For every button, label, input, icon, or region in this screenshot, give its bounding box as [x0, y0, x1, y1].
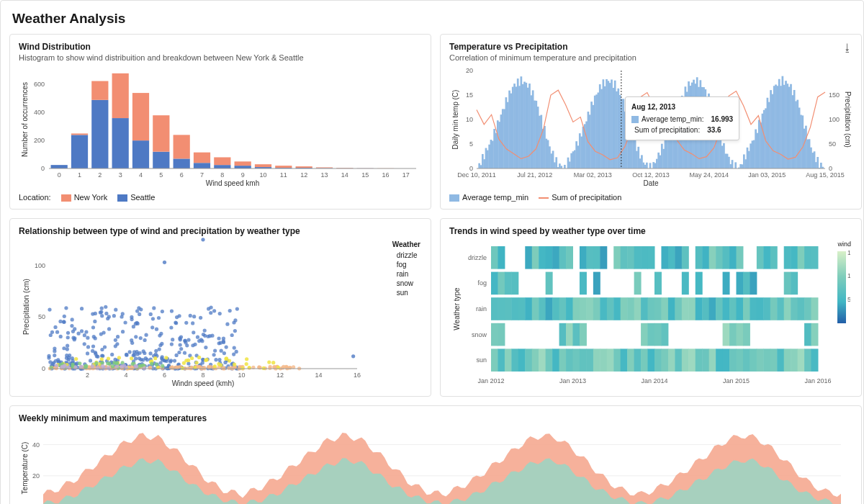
- svg-rect-116: [554, 162, 556, 168]
- chart-wind-distribution[interactable]: 020040060001234567891011121314151617Wind…: [19, 66, 422, 189]
- svg-rect-265: [804, 129, 806, 168]
- svg-rect-921: [661, 246, 668, 269]
- chart-heatmap[interactable]: drizzlefograinsnowsunJan 2012Jan 2013Jan…: [449, 238, 852, 389]
- svg-text:15: 15: [466, 91, 473, 99]
- svg-rect-127: [572, 151, 575, 168]
- svg-rect-1038: [580, 348, 587, 372]
- svg-point-673: [139, 336, 143, 340]
- legend-item-fog[interactable]: fog: [392, 261, 420, 269]
- svg-rect-1006: [811, 297, 819, 320]
- legend-item-precip[interactable]: Sum of precipitation: [539, 193, 621, 202]
- svg-rect-980: [634, 297, 642, 320]
- svg-rect-138: [590, 102, 593, 168]
- svg-rect-1046: [634, 348, 642, 372]
- svg-text:Aug 15, 2015: Aug 15, 2015: [806, 171, 845, 179]
- svg-rect-273: [816, 157, 819, 168]
- svg-text:0: 0: [41, 165, 45, 172]
- svg-rect-995: [737, 297, 744, 320]
- svg-point-348: [64, 306, 68, 310]
- legend-item-rain[interactable]: rain: [392, 270, 420, 278]
- svg-rect-218: [724, 153, 726, 168]
- svg-rect-266: [805, 126, 807, 168]
- svg-rect-976: [607, 297, 614, 320]
- svg-point-472: [157, 316, 161, 320]
- svg-rect-1055: [696, 348, 703, 372]
- svg-rect-967: [546, 297, 553, 320]
- svg-rect-122: [564, 165, 566, 168]
- svg-rect-1042: [607, 348, 614, 372]
- chart-scatter[interactable]: 050100246810121416Windn speed (kmh)Preci…: [19, 238, 422, 389]
- tooltip-swatch-icon: [631, 116, 639, 123]
- svg-point-680: [223, 361, 227, 364]
- svg-rect-1045: [627, 348, 634, 372]
- svg-rect-244: [768, 102, 770, 168]
- svg-rect-19: [153, 152, 169, 168]
- svg-rect-956: [784, 272, 791, 295]
- svg-rect-4: [51, 165, 68, 168]
- svg-text:2: 2: [86, 372, 89, 379]
- svg-rect-1028: [511, 348, 518, 372]
- svg-point-804: [197, 356, 201, 359]
- svg-point-371: [134, 335, 138, 338]
- svg-rect-1053: [682, 348, 689, 372]
- svg-rect-235: [753, 140, 755, 168]
- svg-rect-152: [614, 81, 616, 168]
- svg-rect-1044: [621, 348, 628, 372]
- svg-rect-965: [532, 297, 539, 320]
- svg-rect-113: [549, 146, 551, 168]
- svg-rect-1021: [743, 323, 750, 346]
- legend-item-drizzle[interactable]: drizzle: [392, 251, 420, 259]
- svg-rect-90: [510, 94, 513, 168]
- svg-point-639: [196, 336, 199, 339]
- legend-item-newyork[interactable]: New York: [61, 193, 107, 202]
- legend-item-seattle[interactable]: Seattle: [117, 193, 155, 202]
- svg-rect-177: [656, 159, 658, 168]
- svg-point-836: [213, 364, 217, 368]
- svg-rect-985: [668, 297, 675, 320]
- svg-point-617: [174, 321, 177, 325]
- svg-rect-1036: [566, 348, 573, 372]
- svg-text:Jan 2012: Jan 2012: [477, 377, 504, 384]
- svg-rect-1080: [837, 251, 846, 323]
- svg-point-897: [63, 364, 66, 367]
- legend-item-tempmin[interactable]: Average temp_min: [449, 193, 528, 202]
- svg-rect-105: [535, 101, 537, 168]
- svg-rect-178: [657, 153, 660, 168]
- svg-text:6: 6: [163, 372, 166, 379]
- svg-rect-1065: [763, 348, 770, 372]
- panel-weekly-temps: Weekly minimum and maximum temperatures …: [9, 405, 862, 504]
- svg-rect-97: [522, 84, 524, 168]
- svg-point-646: [66, 331, 70, 335]
- svg-rect-85: [502, 109, 504, 168]
- svg-point-653: [189, 314, 192, 318]
- svg-rect-1048: [648, 348, 655, 372]
- legend-item-snow[interactable]: snow: [392, 279, 420, 287]
- svg-point-557: [114, 338, 117, 342]
- svg-point-849: [94, 361, 98, 365]
- svg-rect-269: [810, 148, 812, 168]
- svg-point-382: [71, 318, 74, 321]
- svg-point-533: [104, 305, 107, 309]
- svg-point-623: [130, 315, 133, 319]
- svg-rect-911: [580, 246, 587, 269]
- svg-rect-1056: [702, 348, 709, 372]
- svg-rect-1023: [811, 323, 819, 346]
- svg-rect-1037: [573, 348, 580, 372]
- svg-rect-256: [788, 87, 791, 168]
- svg-text:5: 5: [159, 171, 163, 179]
- svg-rect-229: [743, 154, 745, 168]
- svg-text:Date: Date: [643, 179, 659, 187]
- chart-weekly-temps[interactable]: 2040Temperature (C): [19, 425, 847, 504]
- legend-item-sun[interactable]: sun: [392, 289, 420, 297]
- svg-point-552: [107, 315, 111, 318]
- download-icon[interactable]: ⭳: [842, 42, 852, 53]
- svg-rect-239: [760, 122, 762, 168]
- svg-point-659: [230, 333, 234, 337]
- svg-rect-176: [654, 163, 657, 168]
- svg-point-476: [104, 312, 108, 315]
- svg-text:100: 100: [35, 262, 45, 269]
- svg-rect-236: [755, 130, 757, 168]
- svg-rect-1069: [791, 348, 798, 372]
- svg-point-390: [169, 325, 173, 329]
- svg-text:7: 7: [200, 171, 204, 179]
